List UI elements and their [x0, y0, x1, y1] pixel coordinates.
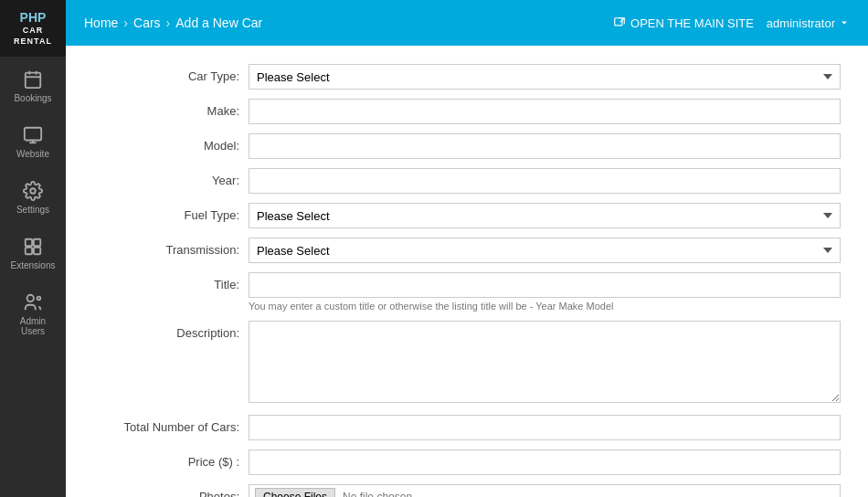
car-type-control: Please Select	[249, 64, 841, 90]
breadcrumb-current: Add a New Car	[175, 16, 262, 30]
make-control	[249, 99, 841, 124]
file-input-wrapper: Choose Files No file chosen	[249, 484, 841, 497]
website-icon	[23, 125, 43, 145]
svg-rect-10	[26, 247, 32, 253]
title-row: Title: You may enter a custom title or o…	[93, 272, 841, 312]
model-row: Model:	[93, 133, 841, 159]
transmission-label: Transmission:	[93, 238, 239, 257]
title-label: Title:	[93, 272, 239, 291]
model-label: Model:	[93, 133, 239, 153]
logo-php: PHP	[20, 9, 47, 26]
breadcrumb: Home › Cars › Add a New Car	[84, 16, 608, 30]
main-area: Home › Cars › Add a New Car OPEN THE MAI…	[66, 0, 868, 497]
make-label: Make:	[93, 99, 239, 118]
settings-label: Settings	[16, 205, 49, 215]
sidebar-item-admin-users[interactable]: AdminUsers	[0, 280, 66, 345]
total-cars-label: Total Number of Cars:	[93, 415, 239, 434]
breadcrumb-home[interactable]: Home	[84, 16, 118, 30]
fuel-type-row: Fuel Type: Please Select	[93, 203, 841, 228]
description-row: Description:	[93, 321, 841, 406]
photos-label: Photos:	[93, 484, 239, 497]
open-main-site-button[interactable]: OPEN THE MAIN SITE	[613, 16, 754, 30]
description-textarea[interactable]	[249, 321, 841, 403]
bookings-icon	[23, 69, 43, 90]
logo-brand: CARRENTAL	[14, 26, 52, 47]
year-input[interactable]	[249, 168, 841, 194]
choose-files-button[interactable]: Choose Files	[255, 488, 335, 497]
no-file-chosen-text: No file chosen	[343, 491, 412, 497]
title-control: You may enter a custom title or otherwis…	[249, 272, 841, 312]
breadcrumb-sep-2: ›	[166, 16, 171, 30]
svg-rect-8	[26, 238, 32, 245]
model-input[interactable]	[249, 133, 841, 159]
sidebar: PHP CARRENTAL Bookings Website Settings …	[0, 0, 66, 497]
price-label: Price ($) :	[93, 449, 239, 469]
svg-rect-4	[25, 127, 41, 140]
breadcrumb-sep-1: ›	[123, 16, 128, 30]
add-car-form: Car Type: Please Select Make: Model:	[66, 46, 868, 497]
breadcrumb-cars[interactable]: Cars	[133, 16, 161, 30]
sidebar-item-settings[interactable]: Settings	[0, 168, 66, 224]
price-control	[249, 449, 841, 475]
website-label: Website	[16, 149, 49, 159]
sidebar-item-bookings[interactable]: Bookings	[0, 57, 66, 112]
description-control	[249, 321, 841, 406]
car-type-label: Car Type:	[93, 64, 239, 83]
transmission-row: Transmission: Please Select	[93, 238, 841, 263]
fuel-type-label: Fuel Type:	[93, 203, 239, 222]
svg-point-7	[30, 188, 36, 194]
admin-label: administrator	[767, 16, 835, 30]
year-row: Year:	[93, 168, 841, 194]
price-input[interactable]	[249, 449, 841, 475]
description-label: Description:	[93, 321, 239, 340]
external-link-icon	[613, 16, 626, 29]
transmission-select[interactable]: Please Select	[249, 238, 841, 263]
make-row: Make:	[93, 99, 841, 124]
settings-icon	[23, 181, 43, 201]
sidebar-item-extensions[interactable]: Extensions	[0, 224, 66, 280]
topbar-right: OPEN THE MAIN SITE administrator	[613, 16, 850, 30]
svg-rect-0	[26, 72, 41, 88]
fuel-type-control: Please Select	[249, 203, 841, 228]
total-cars-control	[249, 415, 841, 440]
make-input[interactable]	[249, 99, 841, 124]
price-row: Price ($) :	[93, 449, 841, 475]
title-input[interactable]	[249, 272, 841, 298]
extensions-icon	[23, 237, 43, 257]
sidebar-logo: PHP CARRENTAL	[0, 0, 66, 57]
extensions-label: Extensions	[11, 260, 56, 270]
year-label: Year:	[93, 168, 239, 187]
year-control	[249, 168, 841, 194]
car-type-select[interactable]: Please Select	[249, 64, 841, 90]
admin-users-label: AdminUsers	[20, 316, 46, 336]
svg-rect-11	[34, 247, 40, 253]
admin-dropdown[interactable]: administrator	[767, 16, 850, 30]
open-site-label: OPEN THE MAIN SITE	[630, 16, 754, 30]
bookings-label: Bookings	[14, 93, 51, 103]
total-cars-input[interactable]	[249, 415, 841, 440]
topbar: Home › Cars › Add a New Car OPEN THE MAI…	[66, 0, 868, 46]
svg-point-12	[27, 294, 34, 301]
admin-users-icon	[23, 292, 43, 312]
photos-row: Photos: Choose Files No file chosen	[93, 484, 841, 497]
car-type-row: Car Type: Please Select	[93, 64, 841, 90]
transmission-control: Please Select	[249, 238, 841, 263]
model-control	[249, 133, 841, 159]
fuel-type-select[interactable]: Please Select	[249, 203, 841, 228]
svg-rect-9	[34, 238, 40, 245]
content-area: Car Type: Please Select Make: Model:	[66, 46, 868, 497]
sidebar-item-website[interactable]: Website	[0, 112, 66, 168]
total-cars-row: Total Number of Cars:	[93, 415, 841, 440]
svg-point-13	[37, 296, 41, 300]
title-hint: You may enter a custom title or otherwis…	[249, 301, 841, 312]
photos-control: Choose Files No file chosen	[249, 484, 841, 497]
chevron-down-icon	[839, 17, 850, 28]
